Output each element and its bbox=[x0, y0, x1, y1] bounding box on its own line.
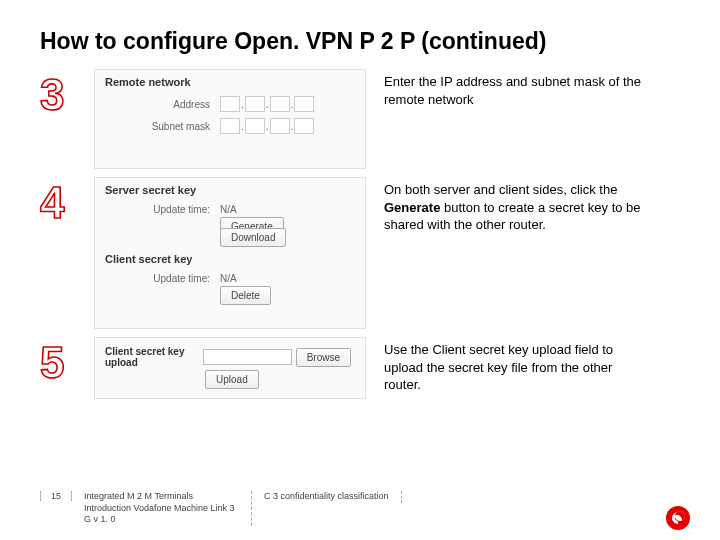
browse-button[interactable]: Browse bbox=[296, 348, 351, 367]
subnet-row: Subnet mask . . . bbox=[105, 118, 355, 134]
subnet-label: Subnet mask bbox=[105, 121, 220, 132]
server-button-row: Generate Download bbox=[220, 221, 355, 243]
subnet-octet-3[interactable] bbox=[270, 118, 290, 134]
step-5-description: Use the Client secret key upload field t… bbox=[384, 341, 644, 394]
step-4-description: On both server and client sides, click t… bbox=[384, 181, 644, 234]
remote-network-panel: Remote network Address . . . Subnet mask… bbox=[94, 69, 366, 169]
address-octet-1[interactable] bbox=[220, 96, 240, 112]
upload-button[interactable]: Upload bbox=[205, 370, 259, 389]
dot: . bbox=[266, 121, 269, 132]
delete-button[interactable]: Delete bbox=[220, 286, 271, 305]
secret-key-panel: Server secret key Update time: N/A Gener… bbox=[94, 177, 366, 329]
remote-network-heading: Remote network bbox=[105, 76, 355, 88]
vodafone-logo-icon bbox=[666, 506, 690, 530]
address-octet-3[interactable] bbox=[270, 96, 290, 112]
slide-footer: 15 Integrated M 2 M Terminals Introducti… bbox=[40, 491, 690, 526]
step-4: 4 Server secret key Update time: N/A Gen… bbox=[40, 177, 680, 329]
step-number-4: 4 bbox=[40, 181, 88, 225]
client-update-label: Update time: bbox=[105, 273, 220, 284]
step-4-desc-bold: Generate bbox=[384, 200, 440, 215]
client-secret-key-heading: Client secret key bbox=[105, 253, 355, 265]
subnet-octet-2[interactable] bbox=[245, 118, 265, 134]
footer-classification: C 3 confidentiality classification bbox=[264, 491, 389, 503]
step-number-3: 3 bbox=[40, 73, 88, 117]
address-row: Address . . . bbox=[105, 96, 355, 112]
step-4-desc-pre: On both server and client sides, click t… bbox=[384, 182, 617, 197]
upload-heading: Client secret key upload bbox=[105, 346, 203, 368]
step-3-description: Enter the IP address and subnet mask of … bbox=[384, 73, 644, 108]
server-update-value: N/A bbox=[220, 204, 237, 215]
footer-block-2: C 3 confidentiality classification bbox=[252, 491, 402, 503]
page-number: 15 bbox=[40, 491, 72, 501]
server-update-row: Update time: N/A bbox=[105, 204, 355, 215]
step-3: 3 Remote network Address . . . Subnet ma… bbox=[40, 69, 680, 169]
upload-row: Client secret key upload Browse bbox=[105, 346, 355, 368]
client-update-row: Update time: N/A bbox=[105, 273, 355, 284]
footer-line-1: Integrated M 2 M Terminals bbox=[84, 491, 239, 503]
server-update-label: Update time: bbox=[105, 204, 220, 215]
step-number-5: 5 bbox=[40, 341, 88, 385]
dot: . bbox=[241, 99, 244, 110]
download-button[interactable]: Download bbox=[220, 228, 286, 247]
address-label: Address bbox=[105, 99, 220, 110]
upload-file-field[interactable] bbox=[203, 349, 292, 365]
footer-line-2: Introduction Vodafone Machine Link 3 G v… bbox=[84, 503, 239, 526]
dot: . bbox=[241, 121, 244, 132]
client-update-value: N/A bbox=[220, 273, 237, 284]
dot: . bbox=[291, 121, 294, 132]
subnet-octet-1[interactable] bbox=[220, 118, 240, 134]
upload-button-row: Upload bbox=[205, 374, 355, 385]
page-title: How to configure Open. VPN P 2 P (contin… bbox=[40, 28, 680, 55]
address-octet-2[interactable] bbox=[245, 96, 265, 112]
upload-panel: Client secret key upload Browse Upload bbox=[94, 337, 366, 399]
dot: . bbox=[266, 99, 269, 110]
subnet-octet-4[interactable] bbox=[294, 118, 314, 134]
step-5: 5 Client secret key upload Browse Upload… bbox=[40, 337, 680, 399]
footer-block-1: Integrated M 2 M Terminals Introduction … bbox=[72, 491, 252, 526]
server-secret-key-heading: Server secret key bbox=[105, 184, 355, 196]
dot: . bbox=[291, 99, 294, 110]
address-octet-4[interactable] bbox=[294, 96, 314, 112]
client-button-row: Delete bbox=[220, 290, 355, 301]
